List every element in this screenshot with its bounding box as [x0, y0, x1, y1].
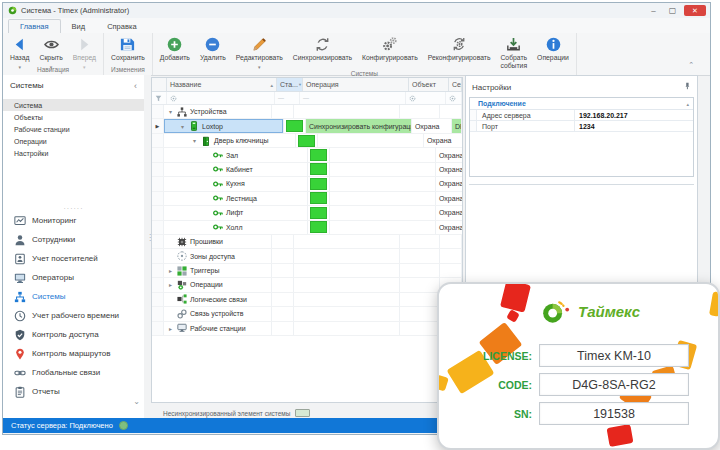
ribbon-button[interactable]: Редактировать [231, 34, 288, 66]
ribbon-button[interactable]: Сохранить [106, 34, 150, 62]
tree-row[interactable]: ▶ ▸ Рабочие станции [152, 322, 462, 336]
expander-icon[interactable]: ▾ [179, 123, 186, 130]
tree-row[interactable]: ▶ Зал [152, 148, 462, 162]
window-title: Система - Timex (Administrator) [21, 6, 129, 15]
tree-row[interactable]: ▶ Кабинет [152, 163, 462, 177]
expander-icon[interactable]: ▾ [191, 137, 198, 144]
ribbon-button[interactable]: Вперед [68, 34, 101, 66]
vertical-splitter[interactable] [144, 75, 151, 418]
ribbon-button[interactable]: Удалить [195, 34, 231, 62]
column-header-status[interactable]: Ста... [277, 78, 303, 91]
sidebar-nav-item[interactable]: Контроль доступа [3, 325, 144, 344]
nav-overflow-chevron-icon[interactable] [133, 390, 140, 408]
object-cell: Охрана [436, 192, 463, 205]
ribbon-button[interactable]: Назад [5, 34, 34, 66]
service-cell [440, 105, 462, 118]
tree-row[interactable]: ▶ Лестница [152, 192, 462, 206]
sidebar-nav-item[interactable]: Отчеты [3, 382, 144, 401]
nav-item-icon [13, 328, 26, 341]
tree-row[interactable]: ▶ ▸ Операции [152, 278, 462, 292]
row-icon [212, 207, 224, 218]
object-cell [400, 322, 440, 335]
tree-row[interactable]: ▶ Кухня [152, 177, 462, 191]
sidebar-nav-item[interactable]: Сотрудники [3, 230, 144, 249]
status-cell [308, 221, 330, 234]
property-label: Адрес сервера [477, 110, 575, 120]
ribbon-button[interactable]: Скрыть [34, 34, 67, 66]
ribbon-button[interactable]: Добавить [155, 34, 195, 62]
property-value[interactable]: 192.168.20.217 [575, 110, 693, 120]
row-icon [212, 164, 224, 175]
object-cell: Охрана [424, 134, 463, 147]
ribbon-button-icon [545, 36, 562, 53]
property-value[interactable]: 1234 [575, 121, 693, 131]
close-icon[interactable]: ✕ [684, 5, 706, 16]
filter-icon[interactable] [167, 92, 275, 104]
settings-group-connection[interactable]: Подключение [470, 98, 693, 110]
sidebar-panel-item[interactable]: Настройки [3, 147, 144, 159]
operation-cell [330, 177, 436, 190]
sidebar-nav-item[interactable]: Системы [3, 287, 144, 306]
filter-cell[interactable] [275, 92, 300, 104]
property-row[interactable]: Адрес сервера 192.168.20.217 [470, 110, 693, 121]
pin-icon[interactable] [683, 82, 691, 92]
tree-row[interactable]: ▶ ▾ Loxtop Синхронизировать [152, 119, 462, 133]
tree-row[interactable]: ▶ Логические связи [152, 293, 462, 307]
status-indicator [310, 192, 327, 204]
grid-filter-row[interactable] [152, 92, 462, 105]
ribbon-tab[interactable]: Вид [61, 20, 97, 33]
ribbon-button[interactable]: Собрать события [495, 34, 532, 70]
row-icon [176, 279, 188, 290]
ribbon-group-navigation: Назад Скрыть Вперед [3, 33, 104, 75]
maximize-icon[interactable]: ▢ [665, 5, 680, 16]
sort-asc-icon [270, 81, 274, 88]
filter-icon[interactable] [406, 92, 446, 104]
tree-row[interactable]: ▶ Прошивки [152, 235, 462, 249]
column-header-object[interactable]: Объект [409, 78, 449, 91]
expander-icon[interactable]: ▸ [167, 267, 174, 274]
collapse-panel-icon[interactable] [134, 81, 137, 91]
tree-row[interactable]: ▶ ▸ Триггеры [152, 264, 462, 278]
sidebar-nav-item[interactable]: Учет посетителей [3, 249, 144, 268]
tree-row[interactable]: ▶ Холл [152, 221, 462, 235]
title-bar[interactable]: Система - Timex (Administrator) – ▢ ✕ [3, 3, 710, 19]
expander-icon[interactable]: ▸ [167, 325, 174, 332]
sidebar-nav-item[interactable]: Глобальные связи [3, 363, 144, 382]
ribbon-tab[interactable]: Главная [8, 19, 61, 34]
tree-row[interactable]: ▶ ▾ Дверь ключницы [152, 134, 462, 148]
operation-cell [294, 322, 400, 335]
ribbon-button[interactable]: Конфигурировать [357, 34, 423, 62]
filter-cell[interactable] [300, 92, 406, 104]
nav-item-icon [13, 214, 26, 227]
column-header-name[interactable]: Название [167, 78, 277, 91]
minimize-icon[interactable]: – [646, 5, 661, 16]
expander-icon[interactable]: ▾ [167, 108, 174, 115]
tree-row[interactable]: ▶ Связь устройств [152, 307, 462, 321]
expander-icon[interactable]: ▸ [167, 281, 174, 288]
tree-row[interactable]: ▶ ▾ Устройства [152, 105, 462, 119]
timex-app-icon [8, 6, 17, 15]
property-row[interactable]: Порт 1234 [470, 121, 693, 132]
operation-cell [330, 148, 436, 161]
ribbon-button[interactable]: Операции [532, 34, 574, 62]
ribbon-button[interactable]: Синхронизировать [288, 34, 357, 62]
sidebar-panel-item[interactable]: Рабочие станции [3, 123, 144, 135]
sidebar-nav-item[interactable]: Учет рабочего времени [3, 306, 144, 325]
sidebar-panel-item[interactable]: Операции [3, 135, 144, 147]
operation-cell [294, 105, 400, 118]
ribbon-tab[interactable]: Справка [96, 20, 147, 33]
column-header-operation[interactable]: Операция [303, 78, 409, 91]
sidebar-panel-item[interactable]: Система [3, 99, 144, 111]
filter-icon[interactable] [446, 92, 462, 104]
object-cell [400, 235, 440, 248]
sidebar-nav-item[interactable]: Контроль маршрутов [3, 344, 144, 363]
tree-row[interactable]: ▶ Зоны доступа [152, 249, 462, 263]
status-cell [308, 206, 330, 219]
sidebar-nav-item[interactable]: Операторы [3, 268, 144, 287]
ribbon-collapse-icon[interactable] [688, 61, 694, 69]
sidebar-nav-item[interactable]: Мониторинг [3, 211, 144, 230]
column-header-service[interactable]: Сервис [449, 78, 462, 91]
tree-row[interactable]: ▶ Лифт [152, 206, 462, 220]
sidebar-panel-item[interactable]: Объекты [3, 111, 144, 123]
ribbon-button[interactable]: Реконфигурировать [423, 34, 496, 62]
